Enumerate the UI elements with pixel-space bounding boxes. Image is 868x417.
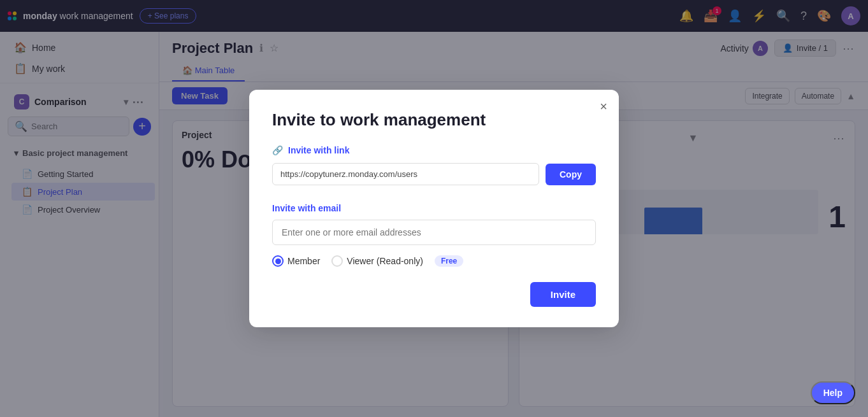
free-badge: Free	[435, 255, 463, 267]
invite-email-section-title: Invite with email	[272, 203, 596, 213]
copy-button[interactable]: Copy	[546, 164, 596, 185]
viewer-label: Viewer (Read-only)	[347, 256, 423, 266]
member-label: Member	[287, 256, 320, 266]
link-icon: 🔗	[272, 145, 283, 155]
viewer-radio-dot	[331, 255, 343, 267]
modal-overlay: × Invite to work management 🔗 Invite wit…	[0, 0, 868, 417]
email-input[interactable]	[272, 220, 596, 245]
link-input[interactable]	[272, 163, 539, 185]
invite-link-label: Invite with link	[288, 145, 349, 155]
member-radio[interactable]: Member	[272, 255, 320, 267]
member-radio-dot	[272, 255, 284, 267]
role-row: Member Viewer (Read-only) Free	[272, 255, 596, 267]
link-row: Copy	[272, 163, 596, 185]
invite-modal: × Invite to work management 🔗 Invite wit…	[249, 90, 619, 327]
invite-link-section-title: 🔗 Invite with link	[272, 145, 596, 155]
help-button[interactable]: Help	[811, 381, 855, 404]
modal-close-button[interactable]: ×	[600, 100, 607, 113]
invite-submit-button[interactable]: Invite	[530, 282, 596, 307]
viewer-radio[interactable]: Viewer (Read-only)	[331, 255, 423, 267]
modal-title: Invite to work management	[272, 110, 596, 130]
